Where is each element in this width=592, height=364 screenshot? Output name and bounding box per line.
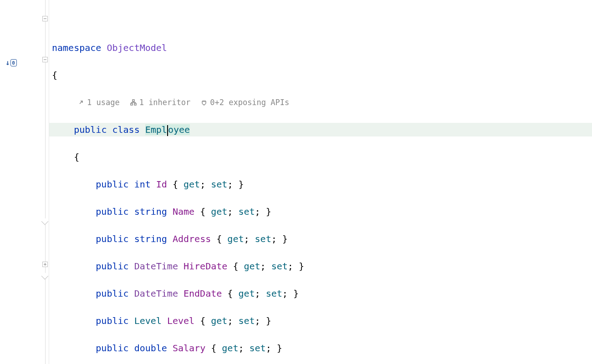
prop-type: Level (134, 315, 162, 326)
fold-collapse-icon[interactable] (42, 57, 48, 62)
set-accessor: set (255, 233, 271, 244)
modifier: public (96, 343, 128, 354)
brace: } (282, 233, 288, 244)
prop-type: int (134, 179, 151, 190)
code-line: { (52, 150, 592, 164)
get-accessor: get (211, 315, 227, 326)
svg-rect-2 (134, 103, 136, 105)
fold-end-icon[interactable] (42, 275, 48, 280)
modifier: public (96, 206, 128, 217)
code-line: namespace ObjectModel (52, 41, 592, 55)
set-accessor: set (211, 179, 227, 190)
modifier: public (96, 288, 128, 299)
semicolon: ; (227, 315, 233, 326)
brace: } (277, 343, 282, 354)
fold-guide-line (45, 0, 46, 364)
get-accessor: get (184, 179, 200, 190)
brace: } (266, 206, 271, 217)
property-line: public string Name { get; set; } (52, 205, 592, 218)
get-accessor: get (211, 206, 227, 217)
prop-name: Salary (173, 343, 205, 354)
current-line: public class Employee (49, 123, 592, 136)
fold-collapse-icon[interactable] (42, 16, 48, 21)
brace: { (200, 206, 205, 217)
svg-rect-0 (133, 100, 134, 101)
code-lens-text: 1 inheritor (139, 96, 191, 109)
namespace-name: ObjectModel (107, 42, 167, 53)
property-line: public DateTime EndDate { get; set; } (52, 287, 592, 300)
code-lens-text: 1 usage (87, 96, 120, 109)
brace: { (216, 233, 222, 244)
property-line: public int Id { get; set; } (52, 177, 592, 191)
modifier: public (96, 315, 128, 326)
fold-column (42, 0, 49, 364)
modifier: public (96, 179, 128, 190)
svg-rect-1 (131, 103, 133, 105)
empty-line (52, 14, 592, 27)
plug-icon (200, 99, 208, 106)
bookmark-marker[interactable]: ↓ 0 (5, 56, 17, 70)
brace: } (299, 261, 304, 272)
set-accessor: set (238, 315, 255, 326)
modifier: public (96, 261, 128, 272)
semicolon: ; (227, 206, 233, 217)
brace: { (233, 261, 238, 272)
set-accessor: set (266, 288, 282, 299)
prop-type: string (134, 206, 167, 217)
brace: } (293, 288, 299, 299)
semicolon: ; (255, 288, 260, 299)
code-lens-usages[interactable]: 1 usage (77, 96, 120, 109)
code-lens-inheritors[interactable]: 1 inheritor (130, 96, 191, 109)
semicolon: ; (271, 233, 277, 244)
code-area[interactable]: namespace ObjectModel { 1 usage1 inherit… (49, 0, 592, 364)
prop-type: DateTime (134, 261, 178, 272)
prop-name: Id (156, 179, 167, 190)
fold-expand-icon[interactable] (42, 262, 48, 267)
set-accessor: set (238, 206, 255, 217)
set-accessor: set (271, 261, 288, 272)
prop-name: EndDate (184, 288, 222, 299)
bookmark-number: 0 (10, 59, 17, 66)
class-keyword: class (112, 124, 139, 135)
prop-name: HireDate (184, 261, 227, 272)
brace: { (227, 288, 233, 299)
namespace-keyword: namespace (52, 42, 101, 53)
property-line: public double Salary { get; set; } (52, 341, 592, 355)
code-editor: ↓ 0 namespace ObjectModel { 1 usage1 inh… (0, 0, 592, 364)
code-line: { (52, 68, 592, 82)
brace: } (238, 179, 244, 190)
prop-name: Level (167, 315, 194, 326)
property-line: public DateTime HireDate { get; set; } (52, 259, 592, 273)
brace: { (211, 343, 216, 354)
semicolon: ; (244, 233, 249, 244)
bookmark-arrow-icon: ↓ (5, 56, 10, 70)
set-accessor: set (250, 343, 266, 354)
brace: { (74, 152, 79, 162)
code-lens-row: 1 usage1 inheritor0+2 exposing APIs (52, 96, 592, 109)
semicolon: ; (238, 343, 244, 354)
usage-icon (77, 99, 85, 106)
semicolon: ; (288, 261, 293, 272)
get-accessor: get (227, 233, 244, 244)
prop-type: DateTime (134, 288, 178, 299)
code-lens-text: 0+2 exposing APIs (210, 96, 289, 109)
semicolon: ; (255, 315, 260, 326)
semicolon: ; (255, 206, 260, 217)
brace: { (52, 70, 57, 81)
semicolon: ; (266, 343, 271, 354)
get-accessor: get (244, 261, 260, 272)
class-name-part: Empl (145, 124, 167, 135)
brace: { (173, 179, 178, 190)
semicolon: ; (282, 288, 288, 299)
get-accessor: get (222, 343, 238, 354)
fold-end-icon[interactable] (42, 220, 48, 226)
class-name-part: oyee (168, 124, 190, 135)
get-accessor: get (238, 288, 255, 299)
prop-name: Name (173, 206, 194, 217)
brace: { (200, 315, 205, 326)
semicolon: ; (227, 179, 233, 190)
code-lens-exposing[interactable]: 0+2 exposing APIs (200, 96, 289, 109)
inheritor-icon (130, 99, 137, 106)
prop-type: double (134, 343, 167, 354)
semicolon: ; (200, 179, 205, 190)
